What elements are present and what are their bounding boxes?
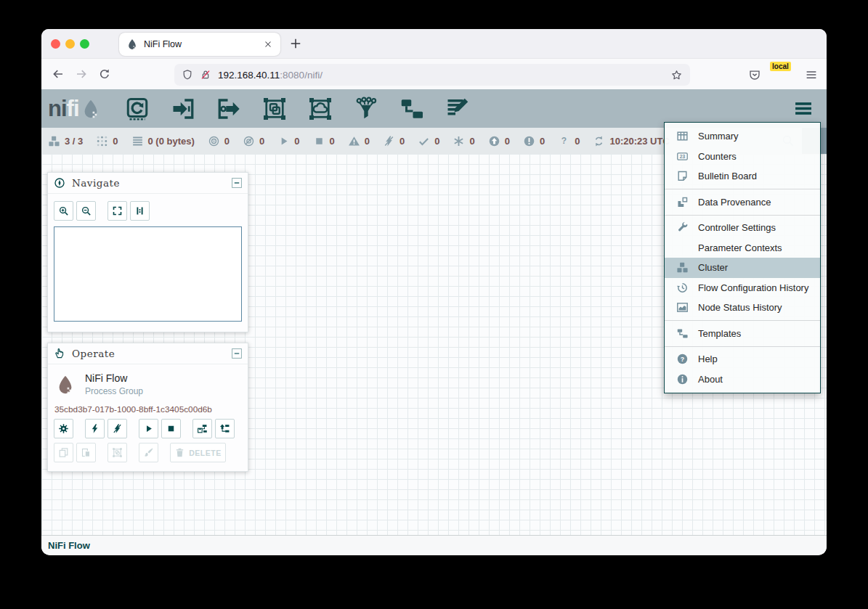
operate-panel: Operate NiFi Flow Process Group 35cbd3b7… [47, 343, 248, 472]
queued-icon [131, 135, 144, 147]
process-group-drop-icon [55, 372, 76, 398]
insecure-lock-icon[interactable] [200, 69, 211, 81]
menu-item-data-provenance[interactable]: Data Provenance [665, 192, 820, 213]
toolbar-template[interactable] [399, 96, 425, 122]
trash-icon [174, 447, 185, 458]
toolbar-input-port[interactable] [170, 96, 196, 122]
paste-icon [81, 447, 92, 458]
tracking-shield-icon[interactable] [182, 69, 193, 81]
operate-stop[interactable] [161, 419, 181, 438]
history-icon [676, 282, 689, 294]
logo-text-fi: fi [67, 96, 79, 122]
navigate-header: Navigate [48, 173, 248, 194]
menu-item-node-status-history[interactable]: Node Status History [665, 298, 820, 318]
close-window-button[interactable] [51, 39, 60, 49]
operate-group[interactable] [108, 443, 127, 462]
operate-enable[interactable] [85, 419, 105, 438]
menu-item-about[interactable]: About [665, 369, 820, 390]
template-icon [399, 96, 425, 122]
url-path: :8080/nifi/ [280, 70, 323, 81]
operate-header: Operate [48, 343, 248, 364]
status-invalid: 0 [348, 135, 370, 147]
new-tab-button[interactable] [288, 36, 303, 51]
toolbar-label[interactable] [445, 96, 471, 122]
minimize-window-button[interactable] [65, 39, 75, 49]
forward-button[interactable] [75, 68, 88, 81]
breadcrumb[interactable]: NiFi Flow [48, 540, 90, 551]
operate-start[interactable] [139, 419, 158, 438]
nifi-logo: nifi [48, 96, 101, 122]
component-id: 35cbd3b7-017b-1000-8bff-1c3405c00d6b [48, 398, 248, 416]
reload-button[interactable] [98, 68, 111, 81]
input-port-icon [170, 96, 196, 122]
close-tab-icon[interactable] [263, 39, 273, 49]
status-stale: 0 [488, 135, 510, 147]
label-icon [445, 96, 471, 122]
stale-icon [488, 135, 500, 147]
operate-configuration[interactable] [54, 419, 73, 438]
url-text: 192.168.40.11:8080/nifi/ [218, 70, 323, 81]
navigate-zoom-actual[interactable] [130, 201, 150, 221]
operate-disable[interactable] [108, 419, 127, 438]
operate-color[interactable] [139, 443, 158, 462]
url-host: 192.168.40.11 [218, 70, 280, 81]
toolbar-funnel[interactable] [353, 96, 379, 122]
refresh-icon [593, 135, 605, 147]
operate-save-template[interactable] [192, 419, 212, 438]
cluster-icon [48, 135, 60, 147]
birdseye-view[interactable] [54, 226, 242, 322]
menu-separator [665, 215, 820, 216]
profile-avatar[interactable]: local [774, 66, 792, 83]
running-icon [277, 135, 290, 147]
navigate-zoom-out[interactable] [76, 201, 96, 221]
menu-item-templates[interactable]: Templates [665, 324, 820, 344]
nifi-favicon [126, 38, 138, 50]
menu-item-counters[interactable]: 23 Counters [665, 147, 820, 167]
pocket-icon[interactable] [748, 68, 761, 81]
zoom-out-icon [81, 205, 92, 216]
menu-separator [665, 346, 820, 347]
global-menu-button[interactable] [790, 99, 816, 118]
collapse-operate-button[interactable] [232, 348, 242, 359]
status-sync-failure: ?0 [558, 135, 580, 147]
menu-item-cluster[interactable]: Cluster [665, 258, 820, 278]
chart-icon [676, 301, 689, 314]
status-queued: 0 (0 bytes) [131, 135, 195, 147]
menu-item-flow-configuration-history[interactable]: Flow Configuration History [665, 278, 820, 298]
window-controls [51, 39, 89, 49]
menu-item-help[interactable]: ? Help [665, 349, 820, 369]
operate-copy[interactable] [54, 443, 73, 462]
navigate-zoom-in[interactable] [54, 201, 73, 221]
collapse-navigate-button[interactable] [232, 178, 242, 188]
menu-separator [665, 189, 820, 189]
save-template-icon [197, 423, 208, 434]
operate-buttons-row2: DELETE [54, 443, 242, 462]
toolbar-processor[interactable] [124, 96, 150, 122]
zoom-window-button[interactable] [80, 39, 89, 49]
operate-delete[interactable]: DELETE [170, 443, 226, 462]
status-locally-modified: 0 [453, 135, 474, 147]
check-icon [418, 135, 430, 147]
asterisk-icon [453, 135, 465, 147]
process-group-icon [261, 96, 288, 122]
menu-item-controller-settings[interactable]: Controller Settings [665, 218, 820, 238]
browser-tab[interactable]: NiFi Flow [119, 33, 280, 56]
toolbar-output-port[interactable] [216, 96, 242, 122]
bulletin-board-icon [676, 170, 689, 182]
firefox-menu-button[interactable] [805, 68, 818, 81]
menu-item-summary[interactable]: Summary [665, 126, 820, 147]
url-bar[interactable]: 192.168.40.11:8080/nifi/ [174, 64, 690, 86]
operate-paste[interactable] [76, 443, 96, 462]
bookmark-star-icon[interactable] [670, 69, 683, 81]
menu-item-bulletin-board[interactable]: Bulletin Board [665, 166, 820, 187]
toolbar-process-group[interactable] [261, 96, 288, 122]
bolt-slash-icon [112, 423, 123, 434]
navigate-zoom-fit[interactable] [108, 201, 127, 221]
status-locally-modified-stale: 0 [523, 135, 545, 147]
not-transmitting-icon [243, 135, 255, 147]
toolbar-remote-process-group[interactable] [307, 96, 333, 122]
remote-process-group-icon [307, 96, 333, 122]
operate-upload-template[interactable] [215, 419, 235, 438]
back-button[interactable] [52, 68, 65, 81]
menu-item-parameter-contexts[interactable]: Parameter Contexts [665, 238, 820, 258]
